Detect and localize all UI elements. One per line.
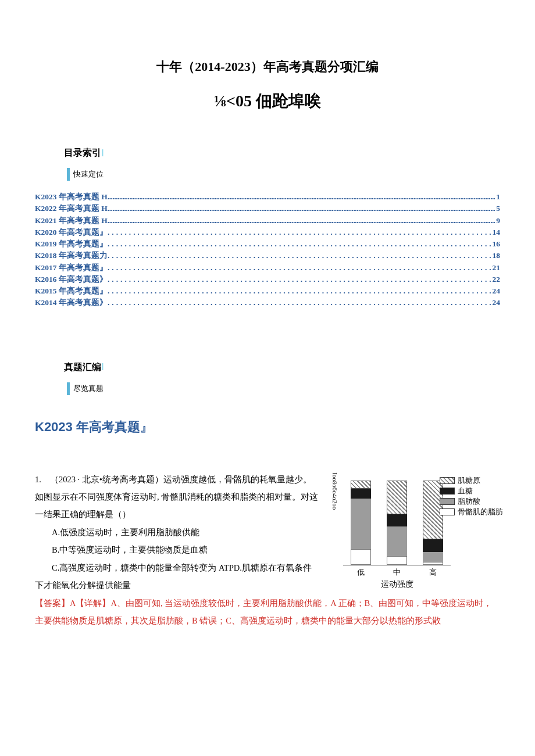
chart-x-labels: 低中高 xyxy=(343,567,451,578)
question-intro: 1. （2023 · 北京•统考高考真题）运动强度越低，骨骼肌的耗氧量越少。如图… xyxy=(35,475,318,519)
toc-row[interactable]: K2018 年高考真题力............................… xyxy=(35,250,500,261)
toc-label: K2017 年高考真题』 xyxy=(35,262,108,274)
toc-page: 21 xyxy=(491,262,501,274)
legend-label: 骨骼肌的脂肪 xyxy=(458,507,503,517)
legend-swatch-icon xyxy=(440,477,455,484)
toc-row[interactable]: K2015 年高考真题』............................… xyxy=(35,285,500,297)
toc-header-marker: I xyxy=(101,148,104,159)
bar-segment xyxy=(387,526,407,556)
question-1: 肌糖原血糖脂肪酸骨骼肌的脂肪 Ioo8o6o4o2oo 低中高 运动强度 1. … xyxy=(35,471,500,630)
x-tick-label: 中 xyxy=(393,567,401,578)
toc-label: K2021 年高考真题 H xyxy=(35,215,108,227)
option-c-d: C.高强度运动时，糖类中的能量全部转变为 ATPD.肌糖原在有氧条件下才能氧化分… xyxy=(35,559,320,594)
toc-dots: ........................................… xyxy=(108,250,491,261)
toc-label: K2018 年高考真题力 xyxy=(35,250,108,261)
bar-segment xyxy=(387,514,407,527)
toc-row[interactable]: K2021 年高考真题 H...........................… xyxy=(35,215,500,227)
x-tick-label: 低 xyxy=(357,567,365,578)
legend-item: 肌糖原 xyxy=(440,475,503,486)
toc-label: K2022 年高考真题 H xyxy=(35,203,108,214)
legend-swatch-icon xyxy=(440,498,455,505)
toc-page: 1 xyxy=(495,191,500,203)
compile-sub-text: 尽览真题 xyxy=(73,384,104,394)
toc-row[interactable]: K2023 年高考真题 H...........................… xyxy=(35,191,500,203)
sub-title: ⅛<05 佃跄埠唉 xyxy=(35,90,500,112)
toc-row[interactable]: K2020 年高考真题』............................… xyxy=(35,227,500,238)
chart-x-title: 运动强度 xyxy=(343,579,451,590)
y-axis-label: Ioo8o6o4o2oo xyxy=(331,472,338,510)
accent-bar-icon xyxy=(67,382,70,395)
toc-dots: ........................................… xyxy=(108,203,495,214)
toc-row[interactable]: K2016 年高考真题》............................… xyxy=(35,274,500,285)
answer-text: 【答案】A【详解】A、由图可知, 当运动强度较低时，主要利用脂肪酸供能，A 正确… xyxy=(35,594,500,630)
main-title: 十年（2014-2023）年高考真题分项汇编 xyxy=(35,58,500,76)
toc-page: 24 xyxy=(491,285,501,297)
bar-stack xyxy=(351,481,371,565)
option-b: B.中等强度运动时，主要供能物质是血糖 xyxy=(35,541,320,558)
toc-row[interactable]: K2014 年高考真题》............................… xyxy=(35,297,500,309)
toc-page: 22 xyxy=(491,274,501,285)
toc-dots: ........................................… xyxy=(108,297,491,309)
toc-row[interactable]: K2019 年高考真题』............................… xyxy=(35,238,500,250)
compile-header-marker: I xyxy=(101,362,104,372)
toc-dots: ........................................… xyxy=(108,274,491,285)
toc-dots: ........................................… xyxy=(108,262,491,274)
toc-label: K2020 年高考真题』 xyxy=(35,227,108,238)
answer-prefix: 【答案】A【详解】 xyxy=(35,599,110,608)
toc-sub: 快速定位 xyxy=(67,168,500,181)
accent-bar-icon xyxy=(67,168,70,181)
bar-stack xyxy=(387,481,407,565)
compile-sub: 尽览真题 xyxy=(67,382,500,395)
option-a: A.低强度运动时，主要利用脂肪酸供能 xyxy=(35,524,320,541)
chart-legend: 肌糖原血糖脂肪酸骨骼肌的脂肪 xyxy=(440,475,503,518)
bar-segment xyxy=(423,539,443,552)
toc-row[interactable]: K2017 年高考真题』............................… xyxy=(35,262,500,274)
toc-dots: ........................................… xyxy=(108,215,495,227)
toc-label: K2019 年高考真题』 xyxy=(35,238,108,250)
bar-segment xyxy=(387,481,407,514)
legend-item: 骨骼肌的脂肪 xyxy=(440,507,503,517)
bar-segment xyxy=(351,489,371,499)
toc-page: 16 xyxy=(491,238,501,250)
bar-segment xyxy=(423,552,443,562)
toc-page: 24 xyxy=(491,297,501,309)
legend-item: 脂肪酸 xyxy=(440,496,503,507)
x-tick-label: 高 xyxy=(429,567,437,578)
bar-segment xyxy=(351,549,371,564)
toc-dots: ........................................… xyxy=(108,191,495,203)
toc-dots: ........................................… xyxy=(108,285,491,297)
toc-dots: ........................................… xyxy=(108,238,491,250)
toc-page: 14 xyxy=(491,227,501,238)
toc-page: 9 xyxy=(495,215,500,227)
compile-header-title: 真题汇编 xyxy=(64,361,101,374)
section-heading-2023: K2023 年高考真题』 xyxy=(35,418,500,436)
legend-label: 血糖 xyxy=(458,486,473,496)
toc-page: 5 xyxy=(495,203,500,214)
toc-label: K2016 年高考真题》 xyxy=(35,274,108,285)
toc-label: K2023 年高考真题 H xyxy=(35,191,108,203)
legend-swatch-icon xyxy=(440,488,455,495)
bar-segment xyxy=(387,556,407,565)
toc-sub-text: 快速定位 xyxy=(73,169,104,180)
bar-segment xyxy=(351,499,371,549)
toc-dots: ........................................… xyxy=(108,227,491,238)
bar-segment xyxy=(423,562,443,564)
legend-label: 脂肪酸 xyxy=(458,496,480,507)
legend-swatch-icon xyxy=(440,508,455,515)
toc-header-title: 目录索引 xyxy=(64,147,101,159)
chart-bars-area xyxy=(343,478,451,565)
toc-label: K2014 年高考真题》 xyxy=(35,297,108,309)
table-of-contents: K2023 年高考真题 H...........................… xyxy=(35,191,500,309)
legend-label: 肌糖原 xyxy=(458,475,480,486)
toc-page: 18 xyxy=(491,250,501,261)
legend-item: 血糖 xyxy=(440,486,503,496)
toc-label: K2015 年高考真题』 xyxy=(35,285,108,297)
toc-header: 目录索引 I xyxy=(64,147,500,159)
compile-header: 真题汇编 I xyxy=(64,361,500,374)
bar-segment xyxy=(351,481,371,489)
bar-chart: 肌糖原血糖脂肪酸骨骼肌的脂肪 Ioo8o6o4o2oo 低中高 运动强度 xyxy=(326,475,503,590)
toc-row[interactable]: K2022 年高考真题 H...........................… xyxy=(35,203,500,214)
